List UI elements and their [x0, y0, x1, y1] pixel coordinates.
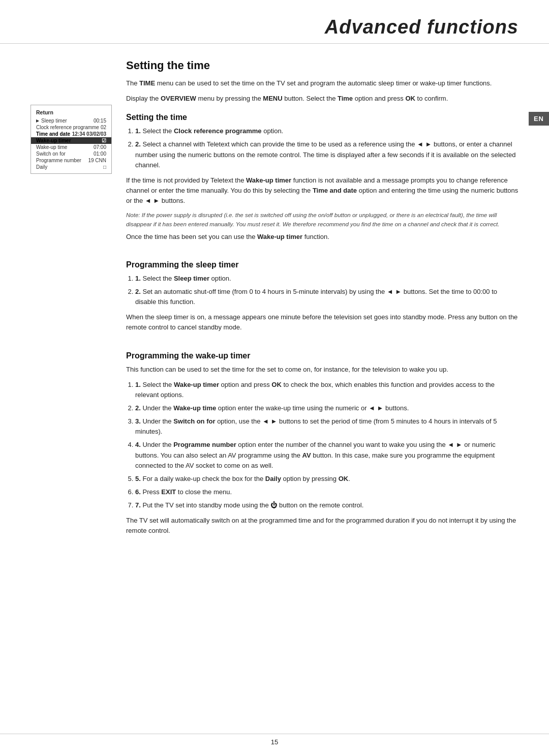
- wakeup-conclusion: The TV set will automatically switch on …: [126, 516, 518, 536]
- section-title-setting-time: Setting the time: [126, 59, 518, 72]
- list-item: 4. Under the Programme number option ent…: [135, 440, 518, 470]
- sidebar-item-label: Wake-up time: [36, 144, 67, 150]
- sidebar-item-value: 07:00: [94, 144, 106, 150]
- sidebar-item-sleep-timer[interactable]: ▶ Sleep timer 00:15: [31, 117, 111, 124]
- sidebar-item-label: Daily: [36, 164, 47, 170]
- list-item: 2. Select a channel with Teletext which …: [135, 139, 518, 170]
- sidebar-item-label: Wake-up timer: [36, 138, 71, 143]
- section-title-sleep-timer: Programming the sleep timer: [126, 260, 518, 269]
- setting-time-conclusion: Once the time has been set you can use t…: [126, 232, 518, 242]
- page-number: 15: [271, 738, 278, 746]
- sidebar-item-wakeup-timer[interactable]: Wake-up timer ☑: [31, 137, 111, 144]
- sidebar-item-wakeup-time[interactable]: Wake-up time 07:00: [31, 144, 111, 150]
- sidebar-item-value: 01:00: [94, 151, 106, 157]
- note-italic: Note: If the power supply is disrupted (…: [126, 211, 518, 229]
- note-para-1: If the time is not provided by Teletext …: [126, 175, 518, 206]
- list-item: 5. For a daily wake-up check the box for…: [135, 474, 518, 484]
- list-item: 7. Put the TV set into standby mode usin…: [135, 500, 518, 510]
- sidebar-item-clock-ref[interactable]: Clock reference programme 02: [31, 124, 111, 131]
- sidebar-item-label: Programme number: [36, 158, 81, 163]
- sidebar-item-value: 12:34 03/02/03: [72, 131, 106, 137]
- sidebar-item-time-date[interactable]: Time and date 12:34 03/02/03: [31, 131, 111, 137]
- sidebar-item-label: Switch on for: [36, 151, 66, 157]
- main-content: Return ▶ Sleep timer 00:15 Clock referen…: [0, 44, 549, 557]
- list-item: 1. Select the Clock reference programme …: [135, 126, 518, 136]
- sidebar-item-value: 02: [101, 125, 106, 130]
- list-item: 3. Under the Switch on for option, use t…: [135, 416, 518, 437]
- sidebar-item-label: Time and date: [36, 131, 70, 137]
- sidebar-item-label: Clock reference programme: [36, 125, 99, 130]
- sidebar-item-value: 19 CNN: [88, 158, 106, 163]
- list-item: 6. Press EXIT to close the menu.: [135, 487, 518, 497]
- sidebar-item-label: Sleep timer: [41, 118, 67, 124]
- intro-para-2: Display the OVERVIEW menu by pressing th…: [126, 94, 518, 104]
- sidebar-menu: Return ▶ Sleep timer 00:15 Clock referen…: [30, 105, 112, 174]
- intro-para-1: The TIME menu can be used to set the tim…: [126, 78, 518, 88]
- sidebar: Return ▶ Sleep timer 00:15 Clock referen…: [30, 105, 112, 541]
- list-item: 1. Select the Sleep timer option.: [135, 274, 518, 284]
- arrow-icon: ▶: [36, 118, 39, 123]
- sidebar-item-value: 00:15: [94, 118, 106, 124]
- sidebar-item-daily[interactable]: Daily □: [31, 164, 111, 170]
- wakeup-intro: This function can be used to set the tim…: [126, 365, 518, 375]
- sidebar-item-switch-on[interactable]: Switch on for 01:00: [31, 150, 111, 157]
- page-title: Advanced functions: [325, 16, 518, 38]
- sleep-timer-conclusion: When the sleep timer is on, a message ap…: [126, 312, 518, 332]
- section-title-wakeup-timer: Programming the wake-up timer: [126, 351, 518, 360]
- list-item: 2. Set an automatic shut-off time (from …: [135, 287, 518, 307]
- setting-time-steps: 1. Select the Clock reference programme …: [135, 126, 518, 170]
- section-subtitle-setting-time: Setting the time: [126, 113, 518, 122]
- page-header: Advanced functions: [0, 0, 549, 44]
- language-badge: EN: [529, 112, 549, 126]
- page-footer: 15: [0, 734, 549, 746]
- sidebar-item-value: □: [103, 164, 106, 170]
- list-item: 2. Under the Wake-up time option enter t…: [135, 403, 518, 413]
- sidebar-menu-title: Return: [31, 108, 111, 117]
- list-item: 1. Select the Wake-up timer option and p…: [135, 380, 518, 400]
- sidebar-item-value: ☑: [102, 138, 106, 143]
- wakeup-timer-steps: 1. Select the Wake-up timer option and p…: [135, 380, 518, 511]
- page-content: Setting the time The TIME menu can be us…: [126, 59, 518, 541]
- sleep-timer-steps: 1. Select the Sleep timer option. 2. Set…: [135, 274, 518, 307]
- sidebar-item-prog-number[interactable]: Programme number 19 CNN: [31, 157, 111, 164]
